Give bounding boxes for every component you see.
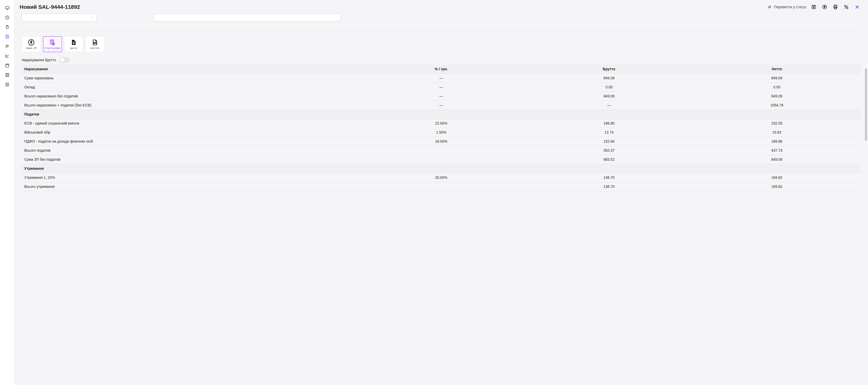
tab-label: П-тки та утрим.	[44, 47, 61, 50]
svg-rect-19	[73, 42, 75, 43]
brutto-toggle[interactable]	[60, 57, 69, 62]
cell-name: Військовий збір	[22, 128, 357, 137]
cell-pct: 22.00%	[357, 119, 525, 128]
tab-label: логи SAL	[90, 47, 100, 50]
cell-pct: —	[357, 92, 525, 101]
table-row: Військовий збір1.50%12.7415.82	[22, 128, 861, 137]
cell-netto: 169.82	[693, 173, 861, 182]
svg-text:LOG: LOG	[94, 42, 96, 44]
sidebar-item-calendar[interactable]	[0, 60, 14, 70]
table-row: Сума ЗП без податків683.52849.09	[22, 155, 861, 164]
svg-point-3	[6, 45, 7, 46]
status-label: Перевести у статус	[774, 5, 807, 9]
col-pct-header: % / грн.	[357, 65, 525, 73]
cell-brutto: 0.00	[525, 83, 693, 92]
sidebar-item-document[interactable]	[0, 32, 14, 41]
cell-netto: 849.09	[693, 73, 861, 83]
cell-pct: —	[357, 101, 525, 110]
svg-rect-0	[5, 6, 9, 9]
section-name: Податки	[22, 110, 357, 119]
printer-icon	[833, 4, 838, 9]
cell-pct	[357, 146, 525, 155]
dollar-circle-icon	[28, 39, 35, 46]
svg-point-4	[8, 45, 8, 46]
percent-button[interactable]	[843, 3, 850, 10]
close-button[interactable]	[854, 3, 861, 10]
cell-netto: 1054.76	[693, 101, 861, 110]
chevron-down-icon	[91, 16, 94, 19]
table-row: Оклад—0.000.00	[22, 83, 861, 92]
cell-brutto: 352.37	[525, 146, 693, 155]
change-status-button[interactable]: Перевести у статус	[767, 5, 807, 9]
svg-rect-5	[6, 64, 9, 67]
tab-taxes[interactable]: П-тки та утрим.	[43, 36, 62, 52]
sidebar-item-kanban[interactable]	[0, 70, 14, 80]
cell-name: ПДФО - податок на доходи фізичних осіб	[22, 137, 357, 146]
cell-brutto: 136.70	[525, 182, 693, 191]
cell-name: Сума нарахувань	[22, 73, 357, 83]
page-title: Новий SAL-9444-11892	[20, 4, 80, 10]
cell-brutto: 136.70	[525, 173, 693, 182]
cell-pct: 20.00%	[357, 173, 525, 182]
main-content: Нарах. ЗП П-тки та утрим. док-ти	[14, 14, 868, 385]
transfer-icon	[767, 5, 772, 9]
cell-netto: 169.82	[693, 182, 861, 191]
sidebar-item-users[interactable]	[0, 41, 14, 51]
table-row: Утримання	[22, 164, 861, 173]
svg-rect-20	[73, 43, 75, 44]
svg-point-15	[847, 7, 848, 8]
save-button[interactable]	[810, 3, 817, 10]
header-actions: Перевести у статус	[767, 3, 861, 10]
cell-brutto: 186.80	[525, 119, 693, 128]
cell-brutto: 683.52	[525, 155, 693, 164]
toggle-knob	[60, 58, 64, 62]
cell-pct: 1.50%	[357, 128, 525, 137]
cell-pct	[357, 155, 525, 164]
cell-netto: 15.82	[693, 128, 861, 137]
sidebar-item-chart[interactable]	[0, 51, 14, 60]
cell-netto: 849.09	[693, 155, 861, 164]
table-row: Всього нараховано без податків—849.09849…	[22, 92, 861, 101]
table-header-row: Нарахування % / грн. Брутто Нетто	[22, 65, 861, 73]
cell-name: Всього утримання	[22, 182, 357, 191]
table-row: Сума нарахувань—849.09849.09	[22, 73, 861, 83]
document-icon	[70, 39, 77, 46]
cell-name: Оклад	[22, 83, 357, 92]
scrollbar[interactable]	[865, 68, 867, 182]
tab-cards: Нарах. ЗП П-тки та утрим. док-ти	[22, 36, 861, 52]
tab-salary[interactable]: Нарах. ЗП	[22, 36, 41, 52]
section-name: Утримання	[22, 164, 357, 173]
sidebar-item-monitor[interactable]	[0, 3, 14, 13]
select-field-1[interactable]	[22, 14, 97, 22]
col-netto-header: Нетто	[693, 65, 861, 73]
text-field-1[interactable]	[153, 14, 340, 22]
cell-name: Сума ЗП без податків	[22, 155, 357, 164]
cell-pct: —	[357, 73, 525, 83]
sidebar-item-list[interactable]	[0, 80, 14, 89]
close-icon	[854, 4, 860, 10]
sidebar-item-bag[interactable]	[0, 22, 14, 32]
print-button[interactable]	[832, 3, 839, 10]
accruals-table: Нарахування % / грн. Брутто Нетто Сума н…	[22, 65, 861, 191]
tab-logs[interactable]: LOG логи SAL	[85, 36, 104, 52]
cell-netto: 189.86	[693, 137, 861, 146]
cell-brutto: —	[525, 101, 693, 110]
tab-label: Нарах. ЗП	[26, 47, 37, 50]
table-row: Всього нараховано + податки (без ЄСВ)——1…	[22, 101, 861, 110]
sidebar-item-dashboard[interactable]	[0, 13, 14, 22]
tab-documents[interactable]: док-ти	[64, 36, 83, 52]
cell-pct: —	[357, 83, 525, 92]
table-row: Утримання 1, 20%20.00%136.70169.82	[22, 173, 861, 182]
cell-pct	[357, 182, 525, 191]
toggle-label: Нарахування брутто	[22, 58, 56, 62]
table-row: ПДФО - податок на доходи фізичних осіб18…	[22, 137, 861, 146]
svg-rect-6	[6, 73, 9, 77]
cell-brutto: 12.74	[525, 128, 693, 137]
table-row: Всього податків352.37437.73	[22, 146, 861, 155]
header: Новий SAL-9444-11892 Перевести у статус	[14, 0, 868, 14]
svg-rect-18	[73, 42, 75, 42]
currency-button[interactable]	[821, 3, 828, 10]
cell-brutto: 152.84	[525, 137, 693, 146]
dollar-icon	[822, 4, 827, 9]
cell-netto: 232.05	[693, 119, 861, 128]
